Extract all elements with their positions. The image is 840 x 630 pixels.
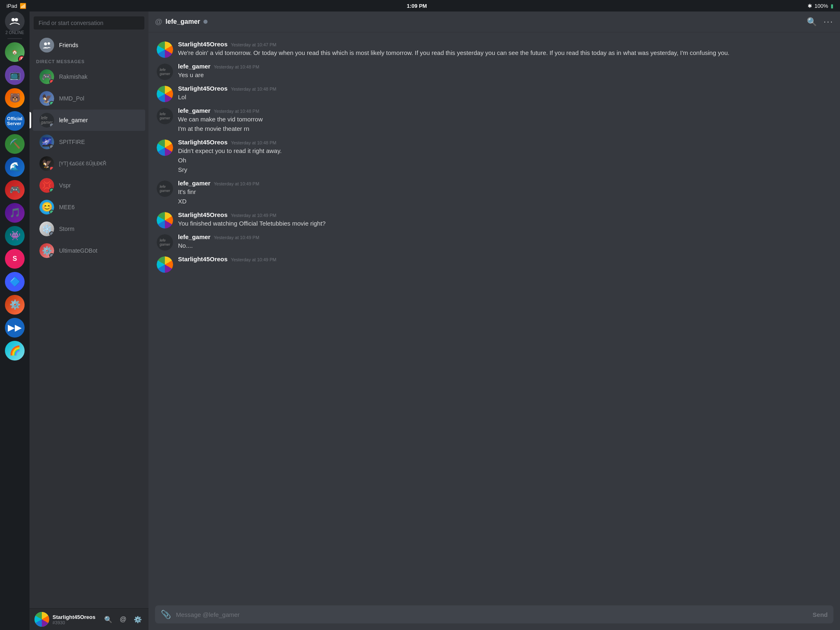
more-options-button[interactable]: ··· [824, 16, 833, 27]
user-bar: Starlight45Oreos #3930 🔍 @ ⚙️ [30, 608, 148, 630]
dm-item-eagle[interactable]: 🦅 [YT] €∆G£€ ßŰĮŁĐ€Ř [33, 153, 145, 174]
user-bar-name: Starlight45Oreos [52, 614, 99, 620]
dm-sidebar: Find or start conversation Friends DIREC… [30, 0, 148, 630]
server-icon-official[interactable]: OfficialServer [5, 111, 25, 131]
server-icon-s14[interactable]: 🌈 [5, 341, 25, 361]
server-icon-s1[interactable]: 🏠 5 [5, 42, 25, 62]
server-divider [7, 38, 22, 39]
msg-text-m5-2: Oh [178, 156, 832, 164]
dm-item-lefe[interactable]: lefegamer lefe_gamer [33, 110, 145, 131]
msg-time-m8: Yesterday at 10:49 PM [214, 235, 259, 240]
server-icon-s3[interactable]: 🐻 [5, 88, 25, 108]
status-bar-right: ✱ 100% ▮ [808, 3, 833, 9]
msg-header-m9: Starlight45Oreos Yesterday at 10:49 PM [178, 256, 832, 262]
msg-text-m5-3: Sry [178, 165, 832, 174]
dm-name-vspr: Vspr [59, 182, 71, 189]
msg-text-m6-2: XD [178, 197, 832, 205]
msg-avatar-starlight-9 [157, 256, 173, 273]
user-bar-tag: #3930 [52, 620, 99, 625]
svg-point-1 [15, 18, 18, 21]
send-button[interactable]: Send [813, 611, 828, 618]
avatar-storm: ❄️ [39, 221, 54, 236]
message-group-m4: lefegamer lefe_gamer Yesterday at 10:48 … [155, 105, 833, 135]
chat-header-right: 🔍 ··· [807, 16, 833, 27]
msg-time-m3: Yesterday at 10:48 PM [231, 87, 276, 91]
server-sidebar: 2 ONLINE 🏠 5 📺 🐻 OfficialServer ⛏️ 🌊 🎮 🎵… [0, 0, 30, 630]
dm-item-gdbot[interactable]: ⚙️ UltimateGDBot [33, 240, 145, 261]
attach-button[interactable]: 📎 [161, 609, 171, 619]
msg-time-m1: Yesterday at 10:47 PM [231, 42, 276, 47]
msg-avatar-lefe-4: lefegamer [157, 108, 173, 124]
server-icon-s10[interactable]: S [5, 249, 25, 269]
status-bar: iPad 📶 1:09 PM ✱ 100% ▮ [0, 0, 840, 11]
msg-text-m7: You finished watching Official Teletubbi… [178, 219, 832, 228]
avatar-lefe: lefegamer [39, 113, 54, 128]
mention-button[interactable]: @ [117, 614, 129, 625]
dm-name-mmd: MMD_Pol [59, 95, 84, 102]
chat-header: @ lefe_gamer 🔍 ··· [148, 11, 840, 32]
search-chat-button[interactable]: 🔍 [807, 17, 817, 27]
settings-button[interactable]: ⚙️ [132, 614, 144, 625]
msg-time-m4: Yesterday at 10:48 PM [214, 109, 259, 114]
message-group-m8: lefegamer lefe_gamer Yesterday at 10:49 … [155, 232, 833, 252]
status-bar-left: iPad 📶 [7, 3, 26, 9]
msg-text-m6-1: It's finr [178, 187, 832, 196]
msg-content-m7: Starlight45Oreos Yesterday at 10:49 PM Y… [178, 211, 832, 228]
server-icon-s12[interactable]: ⚙️ [5, 295, 25, 315]
status-bar-time: 1:09 PM [407, 3, 427, 9]
server-icon-s13[interactable]: ▶▶ [5, 318, 25, 338]
dm-name-spitfire: SPITFIRE [59, 139, 85, 145]
dm-button[interactable] [5, 11, 25, 31]
server-icon-minecraft[interactable]: ⛏️ [5, 134, 25, 154]
msg-text-m4-1: We can make the vid tomorrow [178, 115, 832, 123]
server-icon-s8[interactable]: 🎵 [5, 203, 25, 223]
server-icon-s11[interactable]: 🔷 [5, 272, 25, 292]
dm-name-lefe: lefe_gamer [59, 117, 88, 123]
msg-header-m1: Starlight45Oreos Yesterday at 10:47 PM [178, 41, 832, 48]
msg-text-m4-2: I'm at the movie theater rn [178, 124, 832, 133]
dm-name-rakmishak: Rakmishak [59, 73, 87, 80]
avatar-gdbot: ⚙️ [39, 243, 54, 258]
dm-item-spitfire[interactable]: 🌌 SPITFIRE [33, 131, 145, 153]
server-icon-s6[interactable]: 🌊 [5, 157, 25, 177]
msg-text-m2: Yes u are [178, 71, 832, 79]
msg-text-m8: No.... [178, 241, 832, 250]
msg-avatar-starlight-5 [157, 139, 173, 156]
msg-content-m2: lefe_gamer Yesterday at 10:48 PM Yes u a… [178, 63, 832, 80]
dm-item-rakmishak[interactable]: 🎮 Rakmishak [33, 66, 145, 87]
message-group-m5: Starlight45Oreos Yesterday at 10:48 PM D… [155, 137, 833, 176]
search-bar[interactable]: Find or start conversation [34, 16, 144, 30]
dm-name-storm: Storm [59, 226, 74, 232]
message-group-m1: Starlight45Oreos Yesterday at 10:47 PM W… [155, 39, 833, 59]
friends-icon [39, 38, 54, 52]
server-icon-s7[interactable]: 🎮 [5, 180, 25, 200]
dm-item-mmd[interactable]: 🦅 MMD_Pol [33, 88, 145, 109]
messages-container: Starlight45Oreos Yesterday at 10:47 PM W… [148, 32, 840, 602]
msg-time-m6: Yesterday at 10:49 PM [214, 181, 259, 186]
battery-icon: ▮ [831, 3, 833, 9]
server-icon-twitch[interactable]: 📺 [5, 65, 25, 85]
message-input[interactable] [176, 611, 808, 618]
message-group-m6: lefegamer lefe_gamer Yesterday at 10:49 … [155, 178, 833, 208]
dm-item-storm[interactable]: ❄️ Storm [33, 218, 145, 240]
msg-author-m9: Starlight45Oreos [178, 256, 228, 262]
msg-text-m5-1: Didn't expect you to read it right away. [178, 146, 832, 155]
server-icon-s9[interactable]: 👾 [5, 226, 25, 246]
status-dot-spitfire [49, 144, 54, 149]
message-group-m2: lefegamer lefe_gamer Yesterday at 10:48 … [155, 61, 833, 82]
dm-section-title: DIRECT MESSAGES [30, 56, 148, 66]
online-indicator [203, 20, 208, 24]
chat-username: lefe_gamer [166, 18, 201, 25]
msg-time-m9: Yesterday at 10:49 PM [231, 257, 276, 262]
friends-item[interactable]: Friends [33, 34, 145, 56]
message-input-bar: 📎 Send [148, 602, 840, 630]
search-user-button[interactable]: 🔍 [103, 614, 114, 625]
dm-item-mee6[interactable]: 😊 MEE6 [33, 196, 145, 218]
chat-area: @ lefe_gamer 🔍 ··· Starlight45Oreos Yest… [148, 0, 840, 630]
at-symbol: @ [155, 18, 162, 26]
msg-header-m6: lefe_gamer Yesterday at 10:49 PM [178, 180, 832, 187]
msg-author-m1: Starlight45Oreos [178, 41, 228, 48]
msg-content-m3: Starlight45Oreos Yesterday at 10:48 PM L… [178, 85, 832, 102]
msg-avatar-lefe-6: lefegamer [157, 180, 173, 197]
dm-item-vspr[interactable]: 💢 Vspr [33, 175, 145, 196]
